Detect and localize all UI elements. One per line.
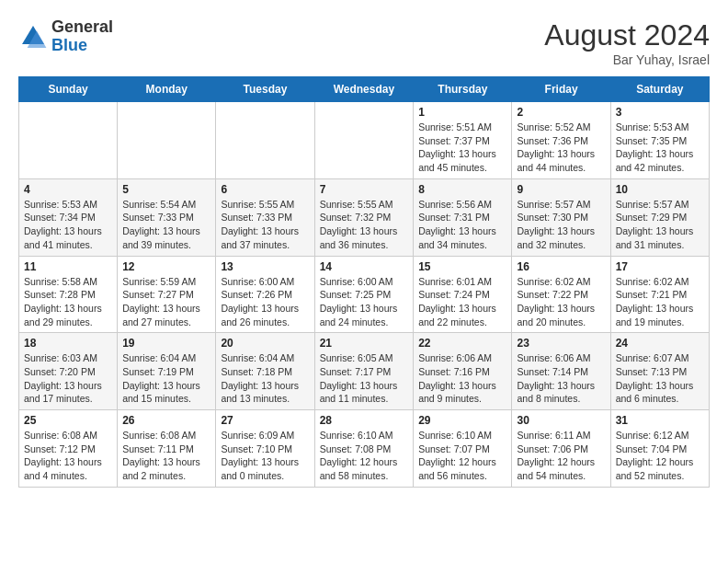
calendar-cell: 31 Sunrise: 6:12 AMSunset: 7:04 PMDaylig… — [610, 410, 709, 488]
location: Bar Yuhay, Israel — [544, 52, 710, 67]
day-number: 20 — [221, 337, 309, 350]
day-info: Sunrise: 6:06 AMSunset: 7:14 PMDaylight:… — [517, 351, 605, 406]
day-number: 27 — [221, 414, 309, 427]
day-number: 8 — [418, 183, 506, 196]
calendar-cell: 24 Sunrise: 6:07 AMSunset: 7:13 PMDaylig… — [610, 333, 709, 410]
calendar-cell: 9 Sunrise: 5:57 AMSunset: 7:30 PMDayligh… — [512, 178, 610, 256]
title-block: August 2024 Bar Yuhay, Israel — [544, 18, 710, 67]
calendar-week-3: 11 Sunrise: 5:58 AMSunset: 7:28 PMDaylig… — [19, 256, 710, 333]
day-number: 14 — [320, 260, 409, 273]
calendar-week-5: 25 Sunrise: 6:08 AMSunset: 7:12 PMDaylig… — [19, 410, 710, 488]
calendar-cell: 29 Sunrise: 6:10 AMSunset: 7:07 PMDaylig… — [414, 410, 512, 488]
day-number: 17 — [616, 260, 704, 273]
day-number: 18 — [24, 337, 112, 350]
logo-icon — [18, 22, 48, 52]
column-header-tuesday: Tuesday — [216, 77, 314, 102]
calendar-cell: 25 Sunrise: 6:08 AMSunset: 7:12 PMDaylig… — [19, 410, 118, 488]
calendar-cell: 27 Sunrise: 6:09 AMSunset: 7:10 PMDaylig… — [216, 410, 314, 488]
calendar-cell: 13 Sunrise: 6:00 AMSunset: 7:26 PMDaylig… — [216, 256, 314, 333]
day-number: 25 — [24, 414, 112, 427]
day-number: 12 — [122, 260, 210, 273]
day-number: 4 — [24, 183, 112, 196]
logo-text: General Blue — [51, 18, 113, 55]
day-info: Sunrise: 5:55 AMSunset: 7:32 PMDaylight:… — [320, 198, 409, 252]
day-number: 2 — [517, 106, 605, 119]
column-header-wednesday: Wednesday — [314, 77, 414, 102]
day-info: Sunrise: 6:12 AMSunset: 7:04 PMDaylight:… — [616, 429, 704, 483]
day-number: 13 — [221, 260, 309, 273]
day-info: Sunrise: 6:01 AMSunset: 7:24 PMDaylight:… — [418, 275, 506, 329]
day-info: Sunrise: 5:52 AMSunset: 7:36 PMDaylight:… — [517, 121, 605, 175]
day-info: Sunrise: 5:57 AMSunset: 7:30 PMDaylight:… — [517, 198, 605, 252]
calendar-cell: 4 Sunrise: 5:53 AMSunset: 7:34 PMDayligh… — [19, 178, 118, 256]
calendar-table: SundayMondayTuesdayWednesdayThursdayFrid… — [18, 76, 710, 488]
logo: General Blue — [18, 18, 113, 55]
day-info: Sunrise: 5:56 AMSunset: 7:31 PMDaylight:… — [418, 198, 506, 252]
day-number: 1 — [418, 106, 506, 119]
calendar-cell: 14 Sunrise: 6:00 AMSunset: 7:25 PMDaylig… — [314, 256, 414, 333]
day-info: Sunrise: 5:55 AMSunset: 7:33 PMDaylight:… — [221, 198, 309, 252]
calendar-cell: 26 Sunrise: 6:08 AMSunset: 7:11 PMDaylig… — [118, 410, 216, 488]
day-number: 10 — [616, 183, 704, 196]
day-number: 22 — [418, 337, 506, 350]
calendar-cell: 28 Sunrise: 6:10 AMSunset: 7:08 PMDaylig… — [314, 410, 414, 488]
calendar-cell: 5 Sunrise: 5:54 AMSunset: 7:33 PMDayligh… — [118, 178, 216, 256]
day-info: Sunrise: 6:04 AMSunset: 7:18 PMDaylight:… — [221, 351, 309, 406]
calendar-cell: 16 Sunrise: 6:02 AMSunset: 7:22 PMDaylig… — [512, 256, 610, 333]
day-number: 16 — [517, 260, 605, 273]
calendar-cell: 21 Sunrise: 6:05 AMSunset: 7:17 PMDaylig… — [314, 333, 414, 410]
day-number: 19 — [122, 337, 210, 350]
calendar-cell: 12 Sunrise: 5:59 AMSunset: 7:27 PMDaylig… — [118, 256, 216, 333]
day-info: Sunrise: 6:07 AMSunset: 7:13 PMDaylight:… — [616, 351, 704, 406]
calendar-cell — [216, 102, 314, 179]
calendar-cell — [19, 102, 118, 179]
day-info: Sunrise: 5:53 AMSunset: 7:34 PMDaylight:… — [24, 198, 112, 252]
calendar-cell: 30 Sunrise: 6:11 AMSunset: 7:06 PMDaylig… — [512, 410, 610, 488]
calendar-week-1: 1 Sunrise: 5:51 AMSunset: 7:37 PMDayligh… — [19, 102, 710, 179]
day-info: Sunrise: 6:04 AMSunset: 7:19 PMDaylight:… — [122, 351, 210, 406]
day-info: Sunrise: 6:00 AMSunset: 7:25 PMDaylight:… — [320, 275, 409, 329]
day-number: 29 — [418, 414, 506, 427]
day-info: Sunrise: 6:03 AMSunset: 7:20 PMDaylight:… — [24, 351, 112, 406]
calendar-cell — [314, 102, 414, 179]
calendar-cell: 20 Sunrise: 6:04 AMSunset: 7:18 PMDaylig… — [216, 333, 314, 410]
day-info: Sunrise: 6:00 AMSunset: 7:26 PMDaylight:… — [221, 275, 309, 329]
column-header-friday: Friday — [512, 77, 610, 102]
calendar-cell: 6 Sunrise: 5:55 AMSunset: 7:33 PMDayligh… — [216, 178, 314, 256]
logo-general: General — [51, 18, 113, 37]
day-info: Sunrise: 5:54 AMSunset: 7:33 PMDaylight:… — [122, 198, 210, 252]
day-info: Sunrise: 6:02 AMSunset: 7:22 PMDaylight:… — [517, 275, 605, 329]
day-number: 15 — [418, 260, 506, 273]
calendar-cell: 7 Sunrise: 5:55 AMSunset: 7:32 PMDayligh… — [314, 178, 414, 256]
day-info: Sunrise: 6:09 AMSunset: 7:10 PMDaylight:… — [221, 429, 309, 483]
calendar-cell: 18 Sunrise: 6:03 AMSunset: 7:20 PMDaylig… — [19, 333, 118, 410]
day-info: Sunrise: 5:57 AMSunset: 7:29 PMDaylight:… — [616, 198, 704, 252]
day-number: 6 — [221, 183, 309, 196]
day-number: 24 — [616, 337, 704, 350]
day-number: 26 — [122, 414, 210, 427]
day-info: Sunrise: 6:08 AMSunset: 7:12 PMDaylight:… — [24, 429, 112, 483]
day-number: 11 — [24, 260, 112, 273]
day-info: Sunrise: 5:53 AMSunset: 7:35 PMDaylight:… — [616, 121, 704, 175]
day-number: 9 — [517, 183, 605, 196]
calendar-header-row: SundayMondayTuesdayWednesdayThursdayFrid… — [19, 77, 710, 102]
day-info: Sunrise: 5:59 AMSunset: 7:27 PMDaylight:… — [122, 275, 210, 329]
day-number: 28 — [320, 414, 409, 427]
calendar-week-2: 4 Sunrise: 5:53 AMSunset: 7:34 PMDayligh… — [19, 178, 710, 256]
calendar-cell: 10 Sunrise: 5:57 AMSunset: 7:29 PMDaylig… — [610, 178, 709, 256]
calendar-cell: 23 Sunrise: 6:06 AMSunset: 7:14 PMDaylig… — [512, 333, 610, 410]
day-info: Sunrise: 6:10 AMSunset: 7:07 PMDaylight:… — [418, 429, 506, 483]
calendar-cell: 3 Sunrise: 5:53 AMSunset: 7:35 PMDayligh… — [610, 102, 709, 179]
calendar-cell: 8 Sunrise: 5:56 AMSunset: 7:31 PMDayligh… — [414, 178, 512, 256]
calendar-cell: 15 Sunrise: 6:01 AMSunset: 7:24 PMDaylig… — [414, 256, 512, 333]
calendar-cell: 2 Sunrise: 5:52 AMSunset: 7:36 PMDayligh… — [512, 102, 610, 179]
day-info: Sunrise: 6:05 AMSunset: 7:17 PMDaylight:… — [320, 351, 409, 406]
calendar-week-4: 18 Sunrise: 6:03 AMSunset: 7:20 PMDaylig… — [19, 333, 710, 410]
day-info: Sunrise: 5:58 AMSunset: 7:28 PMDaylight:… — [24, 275, 112, 329]
day-info: Sunrise: 6:11 AMSunset: 7:06 PMDaylight:… — [517, 429, 605, 483]
column-header-saturday: Saturday — [610, 77, 709, 102]
column-header-thursday: Thursday — [414, 77, 512, 102]
day-info: Sunrise: 6:10 AMSunset: 7:08 PMDaylight:… — [320, 429, 409, 483]
calendar-cell: 17 Sunrise: 6:02 AMSunset: 7:21 PMDaylig… — [610, 256, 709, 333]
day-info: Sunrise: 6:08 AMSunset: 7:11 PMDaylight:… — [122, 429, 210, 483]
